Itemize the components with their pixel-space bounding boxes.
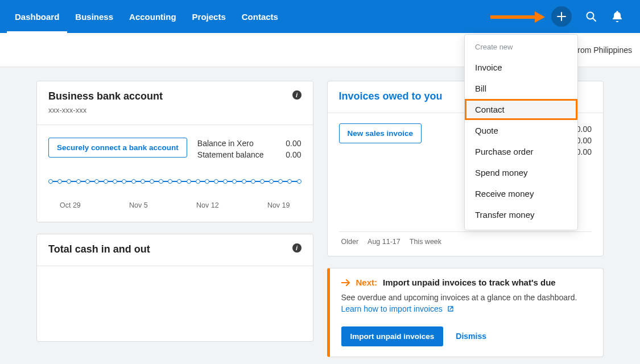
balance-sparkline — [48, 176, 302, 187]
create-spend-money[interactable]: Spend money — [465, 162, 577, 183]
dismiss-link[interactable]: Dismiss — [456, 332, 486, 341]
left-column: Business bank account xxx-xxx-xxx i Secu… — [36, 81, 313, 364]
bucket-label: Aug 11-17 — [368, 238, 400, 246]
arrow-right-icon — [341, 279, 350, 286]
balance-xero-label: Balance in Xero — [197, 139, 254, 148]
invoice-amount-summary: 0.00 0.00 0.00 — [576, 123, 592, 158]
create-bill[interactable]: Bill — [465, 78, 577, 99]
invoice-time-axis: Older Aug 11-17 This week — [339, 238, 592, 246]
bell-icon — [612, 11, 622, 22]
spark-date: Nov 19 — [267, 201, 290, 209]
next-tag: Next: — [356, 278, 378, 287]
create-new-button[interactable] — [551, 6, 572, 27]
connect-bank-button[interactable]: Securely connect a bank account — [48, 138, 187, 158]
cash-card-title: Total cash in and out — [48, 243, 150, 255]
cash-card: Total cash in and out i — [36, 234, 313, 342]
statement-balance-label: Statement balance — [197, 150, 264, 159]
summary-value: 0.00 — [576, 147, 592, 156]
create-purchase-order[interactable]: Purchase order — [465, 141, 577, 162]
create-new-menu: Create new Invoice Bill Contact Quote Pu… — [464, 34, 578, 230]
bucket-label: This week — [410, 238, 441, 246]
nav-list: Dashboard Business Accounting Projects C… — [7, 0, 286, 33]
summary-value: 0.00 — [576, 136, 592, 145]
nav-business[interactable]: Business — [67, 0, 121, 33]
nav-dashboard[interactable]: Dashboard — [7, 0, 67, 33]
new-sales-invoice-button[interactable]: New sales invoice — [339, 123, 422, 143]
balance-xero-value: 0.00 — [286, 139, 301, 148]
bucket-label: Older — [341, 238, 359, 246]
bank-account-card: Business bank account xxx-xxx-xxx i Secu… — [36, 81, 313, 222]
external-link-icon — [447, 305, 454, 312]
learn-import-link[interactable]: Learn how to import invoices — [341, 304, 443, 313]
search-button[interactable] — [584, 10, 598, 23]
spark-date: Nov 12 — [196, 201, 219, 209]
nav-projects[interactable]: Projects — [184, 0, 234, 33]
balance-summary: Balance in Xero 0.00 Statement balance 0… — [197, 138, 302, 160]
top-nav: Dashboard Business Accounting Projects C… — [0, 0, 640, 33]
next-title: Import unpaid invoices to track what's d… — [383, 278, 556, 287]
bank-account-masked: xxx-xxx-xxx — [48, 106, 163, 114]
statement-balance-value: 0.00 — [286, 150, 301, 159]
create-menu-header: Create new — [465, 35, 577, 57]
import-invoices-button[interactable]: Import unpaid invoices — [341, 326, 444, 346]
create-receive-money[interactable]: Receive money — [465, 183, 577, 204]
info-icon[interactable]: i — [292, 90, 302, 100]
summary-value: 0.00 — [576, 125, 592, 134]
sparkline-dates: Oct 29 Nov 5 Nov 12 Nov 19 — [48, 201, 302, 212]
nav-contacts[interactable]: Contacts — [234, 0, 286, 33]
spark-date: Oct 29 — [60, 201, 81, 209]
spark-date: Nov 5 — [129, 201, 148, 209]
plus-icon — [557, 12, 566, 21]
next-step-card: Next: Import unpaid invoices to track wh… — [327, 268, 604, 357]
create-quote[interactable]: Quote — [465, 120, 577, 141]
create-contact[interactable]: Contact — [465, 99, 577, 120]
info-icon[interactable]: i — [292, 243, 302, 253]
nav-accounting[interactable]: Accounting — [121, 0, 184, 33]
next-body: See overdue and upcoming invoices at a g… — [330, 292, 604, 318]
search-icon — [585, 11, 597, 22]
invoices-card-title[interactable]: Invoices owed to you — [339, 90, 443, 102]
topbar-right — [551, 6, 633, 27]
notifications-button[interactable] — [610, 10, 624, 23]
next-body-text: See overdue and upcoming invoices at a g… — [341, 293, 577, 302]
create-transfer-money[interactable]: Transfer money — [465, 204, 577, 225]
svg-point-0 — [587, 13, 594, 19]
subheader-right-text: from Philippines — [575, 46, 632, 55]
bank-card-title: Business bank account — [48, 90, 163, 102]
create-invoice[interactable]: Invoice — [465, 57, 577, 78]
annotation-arrow — [490, 11, 545, 23]
